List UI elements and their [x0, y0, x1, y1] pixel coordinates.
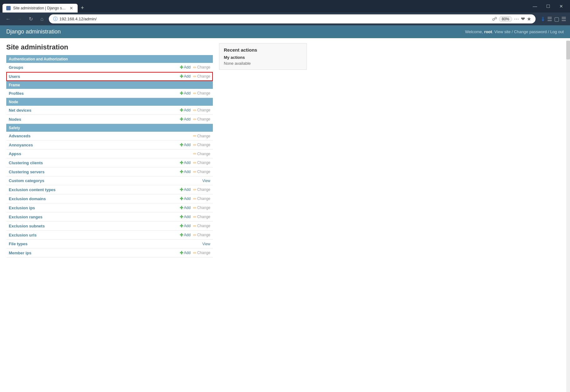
change-clustering-servers[interactable]: ✏ Change: [193, 170, 210, 174]
scrollbar[interactable]: [566, 41, 570, 262]
add-groups[interactable]: ✚ Add: [180, 65, 191, 70]
tab-title: Site administration | Django site ad: [13, 6, 66, 10]
link-exclusion-domains[interactable]: Exclusion domains: [9, 196, 180, 201]
add-member-ips[interactable]: ✚ Add: [180, 250, 191, 255]
change-exclusion-ranges[interactable]: ✏ Change: [193, 215, 210, 219]
change-member-ips[interactable]: ✏ Change: [193, 251, 210, 255]
add-clustering-clients[interactable]: ✚ Add: [180, 160, 191, 165]
link-exclusion-ips[interactable]: Exclusion ips: [9, 206, 180, 210]
pencil-icon: ✏: [193, 215, 197, 219]
add-exclusion-urls[interactable]: ✚ Add: [180, 232, 191, 237]
new-tab-button[interactable]: +: [78, 3, 87, 13]
link-exclusion-subnets[interactable]: Exclusion subnets: [9, 224, 180, 228]
change-net-devices[interactable]: ✏ Change: [193, 108, 210, 113]
add-clustering-servers[interactable]: ✚ Add: [180, 169, 191, 174]
minimize-button[interactable]: —: [529, 2, 541, 11]
sidebar-icon[interactable]: ▢: [554, 16, 559, 23]
link-member-ips[interactable]: Member ips: [9, 251, 180, 255]
change-exclusion-subnets[interactable]: ✏ Change: [193, 224, 210, 228]
row-appss: Appss✏ Change: [6, 150, 213, 158]
link-custom-categorys[interactable]: Custom categorys: [9, 178, 202, 183]
link-clustering-servers[interactable]: Clustering servers: [9, 170, 180, 174]
add-exclusion-subnets[interactable]: ✚ Add: [180, 223, 191, 228]
pencil-icon: ✏: [193, 187, 197, 192]
pencil-icon: ✏: [193, 160, 197, 165]
link-advanceds[interactable]: Advanceds: [9, 134, 193, 138]
add-nodes[interactable]: ✚ Add: [180, 117, 191, 122]
change-password-link[interactable]: Change password: [514, 29, 547, 34]
pocket-icon[interactable]: ❤: [521, 16, 525, 22]
maximize-button[interactable]: ☐: [542, 2, 554, 11]
pencil-icon: ✏: [193, 65, 197, 70]
pencil-icon: ✏: [193, 74, 197, 79]
change-users[interactable]: ✏ Change: [193, 74, 210, 79]
plus-icon: ✚: [180, 169, 183, 174]
add-exclusion-ranges[interactable]: ✚ Add: [180, 214, 191, 219]
change-groups[interactable]: ✏ Change: [193, 65, 210, 70]
forward-button[interactable]: →: [15, 15, 24, 23]
link-nodes[interactable]: Nodes: [9, 117, 180, 122]
link-profiles[interactable]: Profiles: [9, 91, 180, 96]
menu-icon[interactable]: ☰: [561, 16, 566, 23]
actions-appss: ✏ Change: [193, 151, 210, 156]
change-exclusion-urls[interactable]: ✏ Change: [193, 233, 210, 237]
row-exclusion-ips: Exclusion ips✚ Add✏ Change: [6, 203, 213, 212]
change-exclusion-domains[interactable]: ✏ Change: [193, 196, 210, 201]
link-annoyances[interactable]: Annoyances: [9, 143, 180, 147]
add-exclusion-domains[interactable]: ✚ Add: [180, 196, 191, 201]
browser-tab[interactable]: Site administration | Django site ad ✕: [3, 4, 78, 13]
bookmark-icon[interactable]: ★: [527, 16, 531, 22]
row-groups: Groups✚ Add✏ Change: [6, 63, 213, 72]
add-exclusion-content-types[interactable]: ✚ Add: [180, 187, 191, 192]
add-users[interactable]: ✚ Add: [180, 74, 191, 79]
reload-button[interactable]: ↻: [26, 15, 35, 23]
link-users[interactable]: Users: [9, 74, 180, 79]
back-button[interactable]: ←: [4, 15, 13, 23]
plus-icon: ✚: [180, 214, 183, 219]
recent-actions-title: Recent actions: [224, 47, 302, 53]
more-options-icon[interactable]: ⋯: [514, 16, 519, 22]
add-net-devices[interactable]: ✚ Add: [180, 108, 191, 113]
change-exclusion-content-types[interactable]: ✏ Change: [193, 187, 210, 192]
link-groups[interactable]: Groups: [9, 65, 180, 70]
link-clustering-clients[interactable]: Clustering clients: [9, 160, 180, 165]
plus-icon: ✚: [180, 117, 183, 122]
url-bar-right: ☍ 80% ⋯ ❤ ★: [492, 16, 531, 22]
view-custom-categorys[interactable]: View: [202, 179, 210, 183]
link-exclusion-content-types[interactable]: Exclusion content types: [9, 187, 180, 192]
change-advanceds[interactable]: ✏ Change: [193, 134, 210, 138]
link-file-types[interactable]: File types: [9, 242, 202, 246]
home-button[interactable]: ⌂: [38, 15, 46, 23]
add-annoyances[interactable]: ✚ Add: [180, 142, 191, 147]
add-profiles[interactable]: ✚ Add: [180, 91, 191, 96]
actions-exclusion-ranges: ✚ Add✏ Change: [180, 214, 210, 219]
plus-icon: ✚: [180, 142, 183, 147]
close-button[interactable]: ✕: [555, 2, 567, 11]
logout-link[interactable]: Log out: [550, 29, 564, 34]
download-icon[interactable]: ⇓: [541, 16, 545, 23]
change-annoyances[interactable]: ✏ Change: [193, 143, 210, 147]
zoom-badge[interactable]: 80%: [499, 16, 512, 22]
right-panel: Recent actions My actions None available: [219, 43, 307, 257]
scrollbar-thumb[interactable]: [566, 41, 570, 59]
link-exclusion-ranges[interactable]: Exclusion ranges: [9, 215, 180, 219]
plus-icon: ✚: [180, 74, 183, 79]
reader-view-icon[interactable]: ☍: [492, 16, 497, 22]
view-file-types[interactable]: View: [202, 242, 210, 246]
actions-profiles: ✚ Add✏ Change: [180, 91, 210, 96]
link-net-devices[interactable]: Net devices: [9, 108, 180, 113]
change-clustering-clients[interactable]: ✏ Change: [193, 160, 210, 165]
url-bar[interactable]: ⓘ 192.168.4.12/admin/ ☍ 80% ⋯ ❤ ★: [49, 14, 536, 23]
view-site-link[interactable]: View site: [494, 29, 511, 34]
tab-close-button[interactable]: ✕: [69, 6, 74, 11]
link-appss[interactable]: Appss: [9, 151, 193, 156]
add-exclusion-ips[interactable]: ✚ Add: [180, 205, 191, 210]
section-header-frame: Frame: [6, 81, 213, 89]
row-net-devices: Net devices✚ Add✏ Change: [6, 106, 213, 115]
library-icon[interactable]: ☰: [547, 16, 552, 23]
change-profiles[interactable]: ✏ Change: [193, 91, 210, 96]
change-nodes[interactable]: ✏ Change: [193, 117, 210, 122]
change-appss[interactable]: ✏ Change: [193, 151, 210, 156]
change-exclusion-ips[interactable]: ✏ Change: [193, 206, 210, 210]
link-exclusion-urls[interactable]: Exclusion urls: [9, 233, 180, 237]
